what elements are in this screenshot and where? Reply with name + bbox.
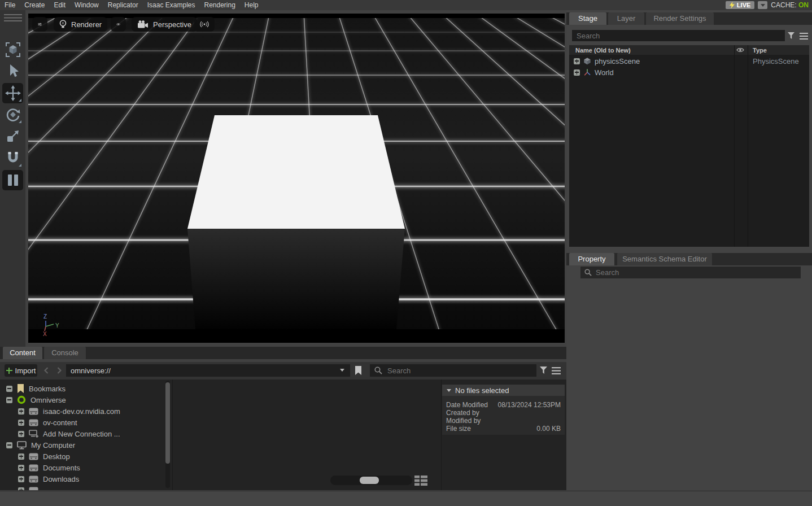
tree-item-omniverse[interactable]: Omniverse [0, 394, 164, 405]
tree-item-downloads[interactable]: Downloads [0, 473, 164, 485]
tree-item-my-computer[interactable]: My Computer [0, 439, 164, 451]
tree-item-add-connection[interactable]: Add New Connection ... [0, 428, 164, 439]
property-search-input[interactable] [580, 267, 801, 278]
viewport-visibility-button[interactable] [111, 17, 126, 32]
stage-filter-icon[interactable] [787, 32, 795, 40]
bookmark-toolbar-icon[interactable] [355, 366, 362, 375]
stage-search-input[interactable] [572, 30, 785, 41]
live-dropdown-button[interactable] [758, 1, 767, 9]
menu-file[interactable]: File [0, 0, 20, 10]
scrollbar-thumb[interactable] [165, 382, 170, 464]
tree-scrollbar[interactable] [165, 381, 170, 488]
omniverse-icon [17, 395, 26, 404]
search-icon [374, 367, 382, 374]
tab-stage[interactable]: Stage [569, 12, 606, 25]
pane-divider [172, 380, 173, 490]
tool-select[interactable] [2, 61, 23, 81]
tab-render-settings[interactable]: Render Settings [646, 12, 714, 25]
menu-rendering[interactable]: Rendering [199, 0, 239, 10]
tool-scale[interactable] [2, 126, 23, 146]
expand-icon[interactable] [18, 408, 24, 415]
content-filter-icon[interactable] [539, 367, 548, 374]
tool-move[interactable] [2, 83, 23, 103]
list-view-icon[interactable] [414, 475, 427, 486]
tab-semantics-schema-editor[interactable]: Semantics Schema Editor [617, 253, 712, 265]
cache-value: ON [798, 1, 809, 9]
path-input[interactable] [66, 364, 350, 377]
forward-button[interactable] [54, 364, 65, 377]
viewport-audio-button[interactable] [194, 17, 215, 32]
status-bar [0, 491, 812, 506]
tool-pause[interactable] [2, 170, 23, 190]
expand-icon[interactable] [18, 487, 24, 491]
select-bounds-icon [5, 41, 21, 58]
tree-item-bookmarks[interactable]: Bookmarks [0, 383, 164, 394]
expand-icon[interactable] [18, 453, 24, 460]
expand-icon[interactable] [18, 465, 24, 471]
menu-create[interactable]: Create [20, 0, 49, 10]
expand-icon[interactable] [574, 69, 580, 76]
collapse-icon[interactable] [6, 386, 12, 392]
content-search-input[interactable] [370, 364, 536, 377]
tool-options-mark [19, 120, 21, 123]
stage-row-world[interactable]: World [569, 67, 809, 78]
plus-icon [6, 368, 12, 374]
column-type[interactable]: Type [753, 47, 767, 54]
path-dropdown-icon[interactable] [340, 369, 344, 372]
tree-item-partial[interactable] [0, 485, 164, 490]
viewport-settings-button[interactable] [32, 17, 47, 32]
tab-content[interactable]: Content [3, 347, 42, 359]
tree-item-ov-content[interactable]: ov-content [0, 417, 164, 428]
content-toolbar: Import [0, 362, 566, 380]
cube-top-face[interactable] [187, 115, 405, 229]
tree-item-documents[interactable]: Documents [0, 462, 164, 473]
collapse-icon[interactable] [6, 397, 12, 403]
pause-icon [7, 173, 19, 187]
tab-layer[interactable]: Layer [608, 12, 644, 25]
tool-snap[interactable] [2, 148, 23, 168]
visibility-eye-icon[interactable] [736, 47, 744, 53]
content-options-icon[interactable] [552, 367, 561, 374]
expand-icon[interactable] [18, 431, 24, 437]
tool-select-bounds[interactable] [2, 40, 23, 60]
viewport-3d[interactable]: Renderer Perspective Z Y X [28, 14, 565, 343]
live-button[interactable]: LIVE [726, 1, 754, 9]
drive-icon [29, 453, 38, 460]
info-row-file-size: File size0.00 KB [442, 425, 565, 433]
file-info-header[interactable]: No files selected [442, 385, 565, 396]
prim-name: physicsScene [595, 57, 640, 66]
pane-divider [441, 380, 442, 490]
menu-isaac-examples[interactable]: Isaac Examples [143, 0, 200, 10]
collapse-icon[interactable] [6, 442, 12, 448]
slider-handle[interactable] [360, 477, 379, 484]
stage-row-physicsscene[interactable]: physicsScene PhysicsScene [569, 55, 809, 67]
camera-dropdown[interactable]: Perspective [132, 17, 197, 32]
tool-rotate[interactable] [2, 104, 23, 125]
back-button[interactable] [41, 364, 52, 377]
menu-window[interactable]: Window [70, 0, 103, 10]
axis-y-label: Y [55, 322, 59, 329]
menu-replicator[interactable]: Replicator [103, 0, 143, 10]
info-row-modified-by: Modified by [442, 417, 565, 425]
expand-icon[interactable] [574, 58, 580, 64]
menu-bar: File Create Edit Window Replicator Isaac… [0, 0, 812, 10]
drive-icon [29, 476, 38, 483]
import-label: Import [15, 367, 36, 375]
thumbnail-scale-slider[interactable] [330, 476, 412, 485]
tree-item-isaac-dev[interactable]: isaac-dev.ov.nvidia.com [0, 405, 164, 417]
import-button[interactable]: Import [5, 364, 37, 377]
tool-options-mark [19, 99, 21, 102]
eye-icon [116, 21, 120, 28]
renderer-dropdown[interactable]: Renderer [54, 17, 107, 32]
expand-icon[interactable] [18, 476, 24, 482]
cube-front-face[interactable] [187, 229, 405, 329]
column-name[interactable]: Name (Old to New) [575, 47, 631, 54]
tree-item-desktop[interactable]: Desktop [0, 451, 164, 462]
menu-help[interactable]: Help [240, 0, 263, 10]
expand-icon[interactable] [18, 420, 24, 426]
tab-console[interactable]: Console [44, 347, 86, 359]
menu-edit[interactable]: Edit [49, 0, 70, 10]
toolbar-grip-icon[interactable] [2, 13, 23, 23]
tab-property[interactable]: Property [569, 253, 614, 265]
stage-options-icon[interactable] [800, 33, 808, 40]
